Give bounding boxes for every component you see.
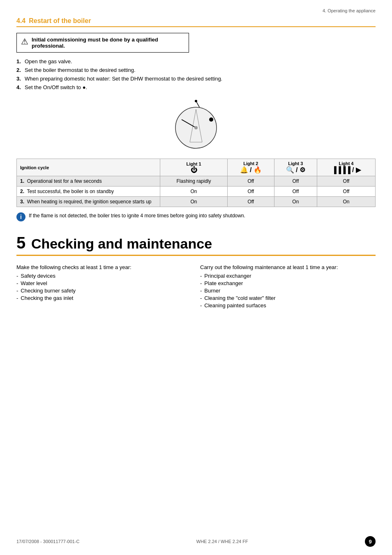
maintenance-list: - Principal exchanger - Plate exchanger … (200, 273, 376, 309)
step-2-num: 2. (16, 67, 25, 73)
page-number: 9 (365, 536, 376, 547)
row1-l2: Off (227, 176, 274, 187)
maintenance-content: Make the following checks at least 1 tim… (16, 264, 376, 310)
row3-l3: On (274, 197, 317, 207)
maint-2: - Plate exchanger (200, 280, 376, 286)
light4-icon: ▐▐▐▐ / ▶ (321, 166, 372, 174)
step-1-num: 1. (16, 58, 25, 64)
row2-desc: 2. Test successful, the boiler is on sta… (17, 187, 160, 197)
step-2-text: Set the boiler thermostat to the desired… (25, 67, 376, 73)
warning-text: Initial commissioning must be done by a … (32, 37, 184, 49)
step-1: 1. Open the gas valve. (16, 58, 376, 64)
row3-l4: On (317, 197, 375, 207)
maint-3: - Burner (200, 288, 376, 294)
page-section-label: 4. Operating the appliance (16, 8, 376, 13)
row2-l1: On (160, 187, 228, 197)
check-4-text: Checking the gas inlet (21, 295, 73, 301)
step-3-text: When preparing domestic hot water: Set t… (25, 76, 376, 82)
row2-l2: Off (227, 187, 274, 197)
checks-list: - Safety devices - Water level - Checkin… (16, 273, 192, 301)
info-text: If the flame is not detected, the boiler… (29, 212, 245, 219)
switch-svg (167, 97, 225, 150)
step-4-text: Set the On/Off switch to ●. (25, 84, 376, 90)
row1-desc: 1. Operational test for a few seconds (17, 176, 160, 187)
step-3: 3. When preparing domestic hot water: Se… (16, 76, 376, 82)
page-footer: 17/07/2008 - 300011777-001-C WHE 2.24 / … (0, 536, 392, 547)
info-icon: i (16, 212, 25, 221)
section-44-number: 4.4 (16, 17, 25, 25)
ignition-table: Ignition cycle Light 1 ⏻ Light 2 🔔 / 🔥 L… (16, 159, 376, 207)
maint-1: - Principal exchanger (200, 273, 376, 279)
steps-list: 1. Open the gas valve. 2. Set the boiler… (16, 58, 376, 90)
maint-5: - Cleaning painted surfaces (200, 302, 376, 309)
row3-l1: On (160, 197, 228, 207)
check-3-text: Checking burner safety (21, 288, 76, 294)
svg-point-1 (195, 100, 197, 102)
check-2: - Water level (16, 280, 192, 286)
footer-model: WHE 2.24 / WHE 2.24 FF (196, 539, 248, 544)
maint-4-text: Cleaning the "cold water" filter (204, 295, 275, 301)
maint-3-text: Burner (204, 288, 220, 294)
section-5-heading: 5 Checking and maintenance (16, 234, 376, 256)
table-header-cycle: Ignition cycle (17, 159, 160, 176)
section-5-title: Checking and maintenance (31, 236, 212, 251)
maint-1-text: Principal exchanger (204, 273, 251, 279)
maintenance-column: Carry out the following maintenance at l… (200, 264, 376, 310)
maint-2-text: Plate exchanger (204, 280, 243, 286)
step-3-num: 3. (16, 76, 25, 82)
row1-l3: Off (274, 176, 317, 187)
table-row-2: 2. Test successful, the boiler is on sta… (17, 187, 376, 197)
table-header-light3: Light 3 🔍 / ⚙ (274, 159, 317, 176)
table-header-light2: Light 2 🔔 / 🔥 (227, 159, 274, 176)
row3-l2: Off (227, 197, 274, 207)
row1-l1: Flashing rapidly (160, 176, 228, 187)
checks-column: Make the following checks at least 1 tim… (16, 264, 192, 310)
row2-l4: Off (317, 187, 375, 197)
table-row-3: 3. When heating is required, the ignitio… (17, 197, 376, 207)
light1-icon: ⏻ (164, 166, 224, 174)
switch-diagram (16, 97, 376, 150)
table-header-light4: Light 4 ▐▐▐▐ / ▶ (317, 159, 375, 176)
check-2-text: Water level (21, 280, 47, 286)
light3-icon: 🔍 / ⚙ (278, 166, 314, 174)
section-5-number: 5 (16, 234, 25, 252)
check-4: - Checking the gas inlet (16, 295, 192, 301)
row3-desc: 3. When heating is required, the ignitio… (17, 197, 160, 207)
row2-l3: Off (274, 187, 317, 197)
table-header-light1: Light 1 ⏻ (160, 159, 228, 176)
step-1-text: Open the gas valve. (25, 58, 376, 64)
section-44-heading: 4.4 Restart of the boiler (16, 17, 376, 27)
check-3: - Checking burner safety (16, 288, 192, 294)
step-4: 4. Set the On/Off switch to ●. (16, 84, 376, 90)
warning-icon: ⚠ (21, 37, 28, 46)
checks-intro: Make the following checks at least 1 tim… (16, 264, 192, 270)
row1-l4: Off (317, 176, 375, 187)
svg-point-7 (209, 117, 213, 122)
light2-icon: 🔔 / 🔥 (231, 166, 271, 174)
svg-point-8 (194, 126, 198, 129)
section-44-title: Restart of the boiler (29, 17, 91, 25)
maint-4: - Cleaning the "cold water" filter (200, 295, 376, 301)
step-4-num: 4. (16, 84, 25, 90)
maintenance-intro: Carry out the following maintenance at l… (200, 264, 376, 270)
check-1-text: Safety devices (21, 273, 55, 279)
step-2: 2. Set the boiler thermostat to the desi… (16, 67, 376, 73)
warning-box: ⚠ Initial commissioning must be done by … (16, 33, 189, 53)
info-box: i If the flame is not detected, the boil… (16, 212, 376, 221)
maint-5-text: Cleaning painted surfaces (204, 302, 266, 309)
check-1: - Safety devices (16, 273, 192, 279)
table-row-1: 1. Operational test for a few seconds Fl… (17, 176, 376, 187)
footer-date: 17/07/2008 - 300011777-001-C (16, 539, 80, 544)
